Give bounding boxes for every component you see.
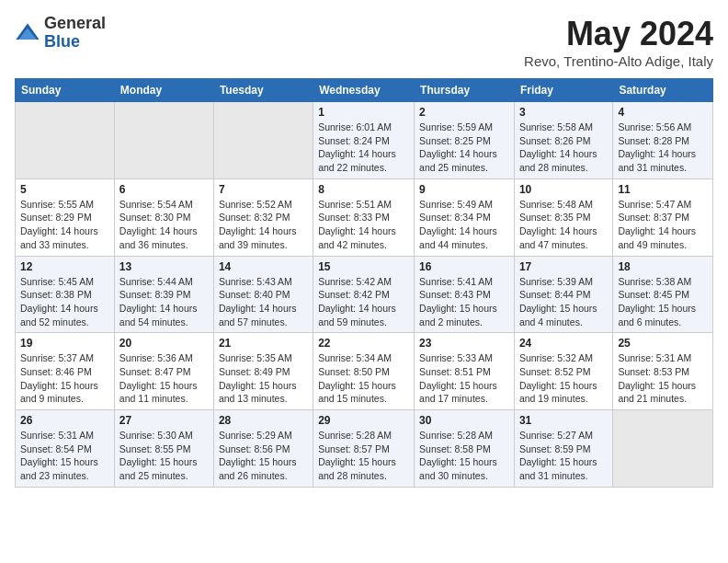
- day-info: Sunrise: 5:47 AM Sunset: 8:37 PM Dayligh…: [618, 198, 708, 252]
- title-block: May 2024 Revo, Trentino-Alto Adige, Ital…: [524, 15, 713, 69]
- day-number: 17: [519, 260, 608, 273]
- location-subtitle: Revo, Trentino-Alto Adige, Italy: [524, 53, 713, 69]
- day-number: 11: [618, 183, 708, 196]
- day-number: 8: [318, 183, 409, 196]
- calendar-cell: 19Sunrise: 5:37 AM Sunset: 8:46 PM Dayli…: [16, 333, 115, 410]
- day-number: 31: [519, 414, 608, 427]
- calendar-cell: 17Sunrise: 5:39 AM Sunset: 8:44 PM Dayli…: [514, 256, 612, 333]
- col-friday: Friday: [514, 79, 612, 102]
- day-info: Sunrise: 5:30 AM Sunset: 8:55 PM Dayligh…: [119, 429, 209, 483]
- calendar-cell: 3Sunrise: 5:58 AM Sunset: 8:26 PM Daylig…: [514, 102, 612, 179]
- week-row-1: 1Sunrise: 6:01 AM Sunset: 8:24 PM Daylig…: [16, 102, 713, 179]
- day-number: 2: [419, 106, 509, 119]
- day-info: Sunrise: 5:31 AM Sunset: 8:53 PM Dayligh…: [618, 351, 708, 406]
- calendar-cell: 26Sunrise: 5:31 AM Sunset: 8:54 PM Dayli…: [16, 410, 115, 488]
- day-info: Sunrise: 5:42 AM Sunset: 8:42 PM Dayligh…: [318, 275, 409, 329]
- day-number: 20: [119, 337, 209, 350]
- day-number: 25: [618, 337, 708, 350]
- day-info: Sunrise: 5:29 AM Sunset: 8:56 PM Dayligh…: [219, 429, 308, 483]
- day-number: 23: [419, 337, 509, 350]
- logo-general: General: [44, 15, 106, 33]
- calendar-cell: [613, 410, 713, 488]
- day-info: Sunrise: 5:37 AM Sunset: 8:46 PM Dayligh…: [20, 351, 109, 406]
- calendar-cell: 28Sunrise: 5:29 AM Sunset: 8:56 PM Dayli…: [213, 410, 313, 488]
- calendar-cell: 20Sunrise: 5:36 AM Sunset: 8:47 PM Dayli…: [114, 333, 213, 410]
- day-number: 19: [20, 337, 109, 350]
- day-info: Sunrise: 5:41 AM Sunset: 8:43 PM Dayligh…: [419, 275, 509, 329]
- day-number: 3: [519, 106, 608, 119]
- day-number: 16: [419, 260, 509, 273]
- calendar-cell: 8Sunrise: 5:51 AM Sunset: 8:33 PM Daylig…: [313, 178, 415, 256]
- day-info: Sunrise: 5:51 AM Sunset: 8:33 PM Dayligh…: [318, 198, 409, 252]
- day-info: Sunrise: 5:38 AM Sunset: 8:45 PM Dayligh…: [618, 275, 708, 329]
- day-number: 27: [119, 414, 209, 427]
- day-info: Sunrise: 5:35 AM Sunset: 8:49 PM Dayligh…: [219, 351, 308, 406]
- calendar-cell: 18Sunrise: 5:38 AM Sunset: 8:45 PM Dayli…: [613, 256, 713, 333]
- day-info: Sunrise: 5:59 AM Sunset: 8:25 PM Dayligh…: [419, 121, 509, 175]
- day-info: Sunrise: 5:28 AM Sunset: 8:58 PM Dayligh…: [419, 429, 509, 483]
- calendar-cell: 9Sunrise: 5:49 AM Sunset: 8:34 PM Daylig…: [415, 178, 515, 256]
- week-row-4: 19Sunrise: 5:37 AM Sunset: 8:46 PM Dayli…: [16, 333, 713, 410]
- day-number: 30: [419, 414, 509, 427]
- day-number: 21: [219, 337, 308, 350]
- col-thursday: Thursday: [415, 79, 515, 102]
- day-number: 1: [318, 106, 409, 119]
- day-info: Sunrise: 5:28 AM Sunset: 8:57 PM Dayligh…: [318, 429, 409, 483]
- col-tuesday: Tuesday: [213, 79, 313, 102]
- calendar-cell: 7Sunrise: 5:52 AM Sunset: 8:32 PM Daylig…: [213, 178, 313, 256]
- col-wednesday: Wednesday: [313, 79, 415, 102]
- calendar-cell: 12Sunrise: 5:45 AM Sunset: 8:38 PM Dayli…: [16, 256, 115, 333]
- calendar-body: 1Sunrise: 6:01 AM Sunset: 8:24 PM Daylig…: [16, 102, 713, 488]
- logo-icon: [15, 20, 40, 46]
- day-info: Sunrise: 5:56 AM Sunset: 8:28 PM Dayligh…: [618, 121, 708, 175]
- day-number: 10: [519, 183, 608, 196]
- day-info: Sunrise: 6:01 AM Sunset: 8:24 PM Dayligh…: [318, 121, 409, 175]
- day-number: 18: [618, 260, 708, 273]
- calendar-cell: 23Sunrise: 5:33 AM Sunset: 8:51 PM Dayli…: [415, 333, 515, 410]
- day-info: Sunrise: 5:36 AM Sunset: 8:47 PM Dayligh…: [119, 351, 209, 406]
- calendar-cell: 4Sunrise: 5:56 AM Sunset: 8:28 PM Daylig…: [613, 102, 713, 179]
- day-info: Sunrise: 5:48 AM Sunset: 8:35 PM Dayligh…: [519, 198, 608, 252]
- day-number: 7: [219, 183, 308, 196]
- day-number: 29: [318, 414, 409, 427]
- day-info: Sunrise: 5:43 AM Sunset: 8:40 PM Dayligh…: [219, 275, 308, 329]
- calendar-cell: [114, 102, 213, 179]
- week-row-2: 5Sunrise: 5:55 AM Sunset: 8:29 PM Daylig…: [16, 178, 713, 256]
- day-info: Sunrise: 5:52 AM Sunset: 8:32 PM Dayligh…: [219, 198, 308, 252]
- calendar-cell: 24Sunrise: 5:32 AM Sunset: 8:52 PM Dayli…: [514, 333, 612, 410]
- day-number: 22: [318, 337, 409, 350]
- day-info: Sunrise: 5:58 AM Sunset: 8:26 PM Dayligh…: [519, 121, 608, 175]
- day-info: Sunrise: 5:27 AM Sunset: 8:59 PM Dayligh…: [519, 429, 608, 483]
- calendar-cell: 29Sunrise: 5:28 AM Sunset: 8:57 PM Dayli…: [313, 410, 415, 488]
- day-info: Sunrise: 5:34 AM Sunset: 8:50 PM Dayligh…: [318, 351, 409, 406]
- calendar-cell: 1Sunrise: 6:01 AM Sunset: 8:24 PM Daylig…: [313, 102, 415, 179]
- day-number: 24: [519, 337, 608, 350]
- calendar-cell: 6Sunrise: 5:54 AM Sunset: 8:30 PM Daylig…: [114, 178, 213, 256]
- month-title: May 2024: [524, 15, 713, 53]
- calendar-cell: 30Sunrise: 5:28 AM Sunset: 8:58 PM Dayli…: [415, 410, 515, 488]
- day-number: 4: [618, 106, 708, 119]
- calendar-cell: 14Sunrise: 5:43 AM Sunset: 8:40 PM Dayli…: [213, 256, 313, 333]
- page-header: General Blue May 2024 Revo, Trentino-Alt…: [15, 15, 713, 69]
- day-info: Sunrise: 5:32 AM Sunset: 8:52 PM Dayligh…: [519, 351, 608, 406]
- calendar-header: Sunday Monday Tuesday Wednesday Thursday…: [16, 79, 713, 102]
- day-info: Sunrise: 5:54 AM Sunset: 8:30 PM Dayligh…: [119, 198, 209, 252]
- calendar-cell: 31Sunrise: 5:27 AM Sunset: 8:59 PM Dayli…: [514, 410, 612, 488]
- header-row: Sunday Monday Tuesday Wednesday Thursday…: [16, 79, 713, 102]
- day-number: 15: [318, 260, 409, 273]
- col-sunday: Sunday: [16, 79, 115, 102]
- calendar-cell: 22Sunrise: 5:34 AM Sunset: 8:50 PM Dayli…: [313, 333, 415, 410]
- week-row-5: 26Sunrise: 5:31 AM Sunset: 8:54 PM Dayli…: [16, 410, 713, 488]
- day-info: Sunrise: 5:45 AM Sunset: 8:38 PM Dayligh…: [20, 275, 109, 329]
- day-number: 28: [219, 414, 308, 427]
- calendar-cell: 5Sunrise: 5:55 AM Sunset: 8:29 PM Daylig…: [16, 178, 115, 256]
- calendar-cell: 13Sunrise: 5:44 AM Sunset: 8:39 PM Dayli…: [114, 256, 213, 333]
- calendar-cell: 10Sunrise: 5:48 AM Sunset: 8:35 PM Dayli…: [514, 178, 612, 256]
- day-number: 6: [119, 183, 209, 196]
- col-monday: Monday: [114, 79, 213, 102]
- day-info: Sunrise: 5:31 AM Sunset: 8:54 PM Dayligh…: [20, 429, 109, 483]
- day-number: 26: [20, 414, 109, 427]
- calendar-cell: [16, 102, 115, 179]
- logo: General Blue: [15, 15, 106, 52]
- calendar-cell: 15Sunrise: 5:42 AM Sunset: 8:42 PM Dayli…: [313, 256, 415, 333]
